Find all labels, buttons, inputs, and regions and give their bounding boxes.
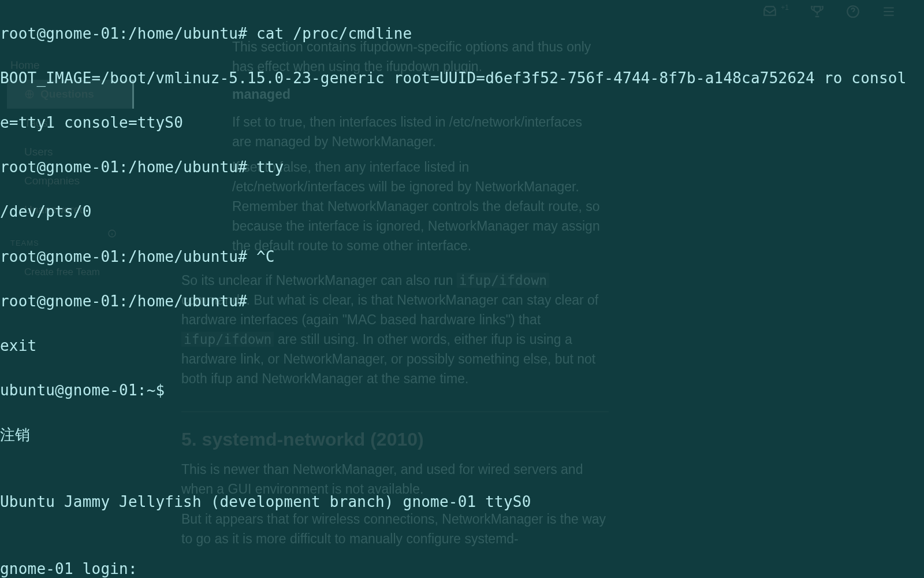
term-line: /dev/pts/0 <box>0 201 924 223</box>
term-line: e=tty1 console=ttyS0 <box>0 112 924 134</box>
term-line: root@gnome-01:/home/ubuntu# cat /proc/cm… <box>0 23 924 45</box>
terminal[interactable]: root@gnome-01:/home/ubuntu# cat /proc/cm… <box>0 0 924 578</box>
term-line: ubuntu@gnome-01:~$ <box>0 379 924 402</box>
term-line: root@gnome-01:/home/ubuntu# tty <box>0 156 924 179</box>
term-line: root@gnome-01:/home/ubuntu# <box>0 290 924 313</box>
term-line: 注销 <box>0 424 924 446</box>
term-line: gnome-01 login: <box>0 558 924 578</box>
term-line: BOOT_IMAGE=/boot/vmlinuz-5.15.0-23-gener… <box>0 67 924 90</box>
term-line: root@gnome-01:/home/ubuntu# ^C <box>0 246 924 268</box>
term-line: Ubuntu Jammy Jellyfish (development bran… <box>0 491 924 513</box>
term-line: exit <box>0 335 924 357</box>
